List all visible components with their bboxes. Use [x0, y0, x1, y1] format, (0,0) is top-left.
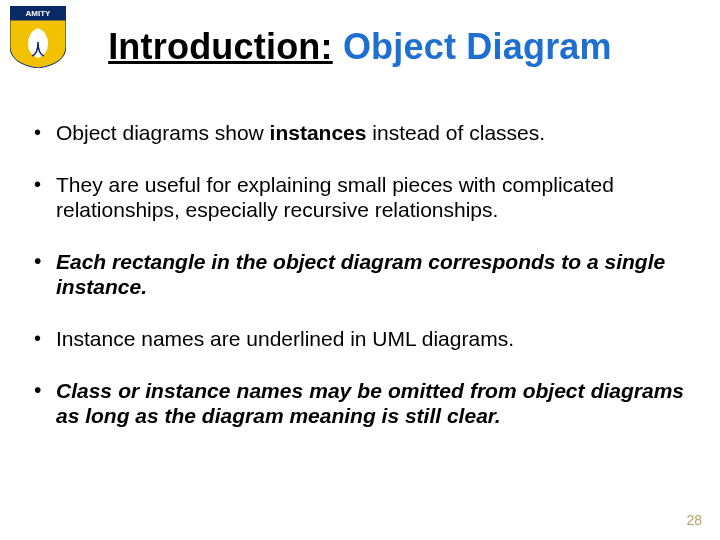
bullet-2: They are useful for explaining small pie…: [32, 172, 684, 223]
bullet-5: Class or instance names may be omitted f…: [32, 378, 684, 429]
bullet-3: Each rectangle in the object diagram cor…: [32, 249, 684, 300]
bullet-1-pre: Object diagrams show: [56, 121, 270, 144]
page-number: 28: [686, 512, 702, 528]
title-subject: Object Diagram: [343, 26, 612, 67]
svg-text:AMITY: AMITY: [26, 9, 52, 18]
bullet-1-post: instead of classes.: [366, 121, 545, 144]
bullet-4: Instance names are underlined in UML dia…: [32, 326, 684, 352]
bullet-1-bold: instances: [270, 121, 367, 144]
title-intro: Introduction:: [108, 26, 333, 67]
bullet-list: Object diagrams show instances instead o…: [32, 120, 684, 455]
bullet-1: Object diagrams show instances instead o…: [32, 120, 684, 146]
slide-title: Introduction: Object Diagram: [0, 26, 720, 68]
